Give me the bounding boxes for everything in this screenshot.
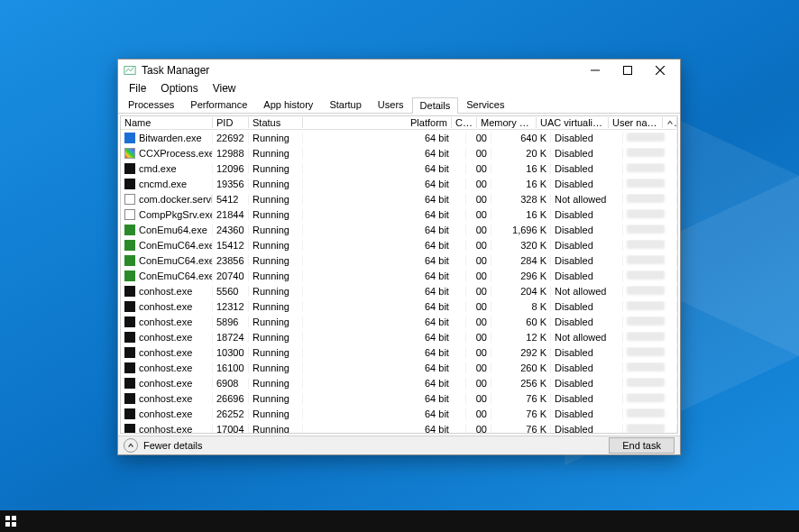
taskbar[interactable]: [0, 510, 799, 532]
table-row[interactable]: cncmd.exe19356Running64 bit0016 KDisable…: [121, 176, 677, 191]
table-row[interactable]: conhost.exe12312Running64 bit008 KDisabl…: [121, 298, 677, 314]
col-cpu[interactable]: CPU: [452, 117, 477, 128]
svg-rect-3: [12, 516, 16, 520]
process-platform: 64 bit: [421, 148, 466, 159]
process-memory: 260 K: [491, 362, 551, 373]
menu-options[interactable]: Options: [153, 81, 205, 96]
col-memory[interactable]: Memory (a...: [477, 117, 537, 128]
process-pid: 16100: [213, 362, 249, 373]
process-name: conhost.exe: [139, 393, 192, 404]
table-row[interactable]: conhost.exe18724Running64 bit0012 KNot a…: [121, 329, 677, 344]
menu-view[interactable]: View: [206, 81, 243, 96]
process-user: [623, 424, 677, 433]
process-name: conhost.exe: [139, 362, 192, 373]
col-uac[interactable]: UAC virtualizati...: [537, 117, 609, 128]
task-manager-window: Task Manager File Options View Processes…: [117, 59, 681, 455]
col-name[interactable]: Name: [121, 117, 213, 128]
process-cpu: 00: [466, 362, 491, 373]
menu-file[interactable]: File: [122, 81, 153, 96]
col-pid[interactable]: PID: [213, 117, 249, 128]
maximize-button[interactable]: [611, 60, 644, 81]
process-name: ConEmuC64.exe: [139, 255, 213, 266]
process-list[interactable]: Bitwarden.exe22692Running64 bit00640 KDi…: [121, 130, 677, 432]
col-platform[interactable]: Platform: [407, 117, 452, 128]
table-row[interactable]: conhost.exe17004Running64 bit0076 KDisab…: [121, 421, 677, 432]
process-status: Running: [249, 271, 303, 281]
process-name: CompPkgSrv.exe: [139, 209, 213, 220]
process-status: Running: [249, 378, 303, 389]
table-row[interactable]: com.docker.service5412Running64 bit00328…: [121, 191, 677, 206]
tab-app-history[interactable]: App history: [255, 96, 321, 113]
scroll-up-icon[interactable]: [663, 117, 677, 128]
col-status[interactable]: Status: [249, 117, 303, 128]
process-icon: [124, 148, 135, 159]
table-row[interactable]: CompPkgSrv.exe21844Running64 bit0016 KDi…: [121, 206, 677, 222]
tab-services[interactable]: Services: [458, 96, 512, 113]
table-row[interactable]: ConEmu64.exe24360Running64 bit001,696 KD…: [121, 222, 677, 237]
process-platform: 64 bit: [421, 316, 466, 327]
process-platform: 64 bit: [421, 133, 466, 143]
process-uac: Disabled: [551, 316, 623, 327]
process-icon: [124, 179, 135, 189]
start-button[interactable]: [0, 510, 22, 532]
col-user[interactable]: User name: [609, 117, 663, 128]
table-row[interactable]: cmd.exe12096Running64 bit0016 KDisabled: [121, 161, 677, 176]
process-status: Running: [249, 225, 303, 235]
process-platform: 64 bit: [421, 179, 466, 189]
process-icon: [124, 286, 135, 297]
table-row[interactable]: ConEmuC64.exe20740Running64 bit00296 KDi…: [121, 268, 677, 283]
table-row[interactable]: conhost.exe26252Running64 bit0076 KDisab…: [121, 406, 677, 421]
table-row[interactable]: conhost.exe10300Running64 bit00292 KDisa…: [121, 344, 677, 360]
process-memory: 204 K: [491, 286, 551, 297]
process-cpu: 00: [466, 378, 491, 389]
process-uac: Disabled: [551, 362, 623, 373]
process-uac: Disabled: [551, 347, 623, 358]
table-row[interactable]: CCXProcess.exe12988Running64 bit0020 KDi…: [121, 145, 677, 161]
table-row[interactable]: ConEmuC64.exe23856Running64 bit00284 KDi…: [121, 252, 677, 268]
process-cpu: 00: [466, 194, 491, 205]
table-row[interactable]: Bitwarden.exe22692Running64 bit00640 KDi…: [121, 130, 677, 145]
process-icon: [124, 301, 135, 312]
fewer-details-button[interactable]: Fewer details: [124, 438, 202, 453]
process-platform: 64 bit: [421, 378, 466, 389]
process-status: Running: [249, 255, 303, 266]
process-icon: [124, 271, 135, 281]
table-row[interactable]: conhost.exe5896Running64 bit0060 KDisabl…: [121, 314, 677, 329]
process-user: [623, 148, 677, 159]
process-platform: 64 bit: [421, 194, 466, 205]
tab-processes[interactable]: Processes: [120, 96, 182, 113]
task-manager-icon: [124, 64, 136, 77]
svg-rect-2: [5, 516, 10, 520]
end-task-button[interactable]: End task: [609, 437, 675, 454]
table-row[interactable]: ConEmuC64.exe15412Running64 bit00320 KDi…: [121, 237, 677, 252]
tab-users[interactable]: Users: [370, 96, 412, 113]
minimize-button[interactable]: [579, 60, 611, 81]
table-row[interactable]: conhost.exe16100Running64 bit00260 KDisa…: [121, 360, 677, 375]
process-name: ConEmuC64.exe: [139, 271, 213, 281]
tab-startup[interactable]: Startup: [321, 96, 369, 113]
process-memory: 20 K: [491, 148, 551, 159]
process-uac: Disabled: [551, 163, 623, 174]
column-headers: Name PID Status Platform CPU Memory (a..…: [121, 116, 677, 130]
process-memory: 8 K: [491, 301, 551, 312]
process-platform: 64 bit: [421, 332, 466, 343]
process-cpu: 00: [466, 424, 491, 433]
process-icon: [124, 347, 135, 358]
process-uac: Disabled: [551, 393, 623, 404]
close-button[interactable]: [644, 60, 676, 81]
process-pid: 26252: [213, 408, 249, 419]
process-uac: Not allowed: [551, 332, 623, 343]
table-row[interactable]: conhost.exe6908Running64 bit00256 KDisab…: [121, 375, 677, 390]
process-status: Running: [249, 424, 303, 433]
process-user: [623, 393, 677, 404]
titlebar[interactable]: Task Manager: [118, 60, 680, 81]
svg-rect-1: [624, 67, 632, 75]
tab-details[interactable]: Details: [412, 97, 459, 114]
table-row[interactable]: conhost.exe26696Running64 bit0076 KDisab…: [121, 390, 677, 406]
process-user: [623, 179, 677, 189]
process-uac: Not allowed: [551, 194, 623, 205]
process-uac: Disabled: [551, 255, 623, 266]
process-pid: 19356: [213, 179, 249, 189]
tab-performance[interactable]: Performance: [182, 96, 255, 113]
table-row[interactable]: conhost.exe5560Running64 bit00204 KNot a…: [121, 283, 677, 298]
